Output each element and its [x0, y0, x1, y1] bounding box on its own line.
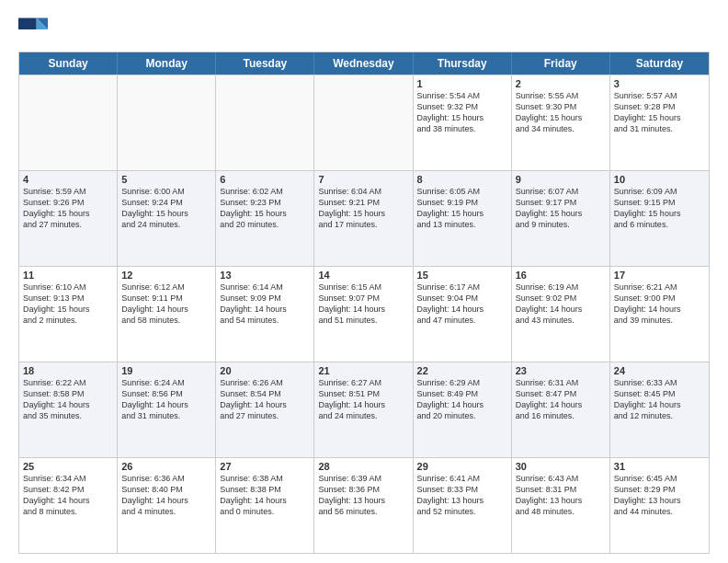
day-number: 24 — [614, 365, 705, 376]
calendar-cell: 20Sunrise: 6:26 AM Sunset: 8:54 PM Dayli… — [216, 362, 314, 457]
calendar-cell: 29Sunrise: 6:41 AM Sunset: 8:33 PM Dayli… — [414, 458, 512, 553]
day-info: Sunrise: 6:43 AM Sunset: 8:31 PM Dayligh… — [516, 473, 606, 518]
calendar-cell: 10Sunrise: 6:09 AM Sunset: 9:15 PM Dayli… — [610, 171, 709, 266]
day-info: Sunrise: 6:21 AM Sunset: 9:00 PM Dayligh… — [614, 282, 705, 327]
calendar-cell — [19, 75, 118, 170]
calendar-cell: 2Sunrise: 5:55 AM Sunset: 9:30 PM Daylig… — [512, 75, 610, 170]
day-info: Sunrise: 5:54 AM Sunset: 9:32 PM Dayligh… — [417, 90, 507, 135]
calendar-header-cell: Saturday — [610, 52, 709, 75]
calendar-row: 1Sunrise: 5:54 AM Sunset: 9:32 PM Daylig… — [19, 75, 709, 170]
day-info: Sunrise: 6:22 AM Sunset: 8:58 PM Dayligh… — [23, 377, 113, 422]
calendar-cell: 16Sunrise: 6:19 AM Sunset: 9:02 PM Dayli… — [512, 267, 610, 362]
calendar-header: SundayMondayTuesdayWednesdayThursdayFrid… — [19, 52, 709, 75]
day-number: 9 — [516, 174, 606, 185]
day-number: 27 — [220, 461, 310, 472]
day-number: 10 — [614, 174, 705, 185]
calendar-cell: 6Sunrise: 6:02 AM Sunset: 9:23 PM Daylig… — [216, 171, 314, 266]
day-number: 7 — [318, 174, 408, 185]
calendar-cell: 28Sunrise: 6:39 AM Sunset: 8:36 PM Dayli… — [314, 458, 413, 553]
calendar-cell: 19Sunrise: 6:24 AM Sunset: 8:56 PM Dayli… — [118, 362, 216, 457]
calendar-header-cell: Thursday — [414, 52, 512, 75]
day-number: 20 — [220, 365, 310, 376]
calendar-cell: 9Sunrise: 6:07 AM Sunset: 9:17 PM Daylig… — [512, 171, 610, 266]
header — [18, 15, 710, 44]
day-number: 15 — [417, 270, 507, 281]
day-number: 2 — [516, 78, 606, 89]
day-info: Sunrise: 6:05 AM Sunset: 9:19 PM Dayligh… — [417, 186, 507, 231]
calendar-cell: 24Sunrise: 6:33 AM Sunset: 8:45 PM Dayli… — [610, 362, 709, 457]
day-number: 21 — [318, 365, 408, 376]
calendar-cell: 4Sunrise: 5:59 AM Sunset: 9:26 PM Daylig… — [19, 171, 118, 266]
day-number: 3 — [614, 78, 705, 89]
calendar-cell: 25Sunrise: 6:34 AM Sunset: 8:42 PM Dayli… — [19, 458, 118, 553]
day-info: Sunrise: 6:14 AM Sunset: 9:09 PM Dayligh… — [220, 282, 310, 327]
calendar-row: 11Sunrise: 6:10 AM Sunset: 9:13 PM Dayli… — [19, 266, 709, 362]
day-info: Sunrise: 6:36 AM Sunset: 8:40 PM Dayligh… — [121, 473, 211, 518]
day-info: Sunrise: 6:41 AM Sunset: 8:33 PM Dayligh… — [417, 473, 507, 518]
day-number: 14 — [318, 270, 408, 281]
day-number: 5 — [121, 174, 211, 185]
calendar-cell: 23Sunrise: 6:31 AM Sunset: 8:47 PM Dayli… — [512, 362, 610, 457]
day-info: Sunrise: 6:17 AM Sunset: 9:04 PM Dayligh… — [417, 282, 507, 327]
calendar-header-cell: Friday — [512, 52, 610, 75]
svg-rect-3 — [18, 18, 37, 29]
day-number: 22 — [417, 365, 507, 376]
calendar-cell: 11Sunrise: 6:10 AM Sunset: 9:13 PM Dayli… — [19, 267, 118, 362]
day-info: Sunrise: 5:55 AM Sunset: 9:30 PM Dayligh… — [516, 90, 606, 135]
day-info: Sunrise: 6:10 AM Sunset: 9:13 PM Dayligh… — [23, 282, 113, 327]
day-info: Sunrise: 6:33 AM Sunset: 8:45 PM Dayligh… — [614, 377, 705, 422]
calendar-cell: 3Sunrise: 5:57 AM Sunset: 9:28 PM Daylig… — [610, 75, 709, 170]
day-number: 30 — [516, 461, 606, 472]
page: SundayMondayTuesdayWednesdayThursdayFrid… — [0, 0, 728, 563]
day-number: 8 — [417, 174, 507, 185]
day-number: 13 — [220, 270, 310, 281]
day-info: Sunrise: 6:07 AM Sunset: 9:17 PM Dayligh… — [516, 186, 606, 231]
day-info: Sunrise: 6:27 AM Sunset: 8:51 PM Dayligh… — [318, 377, 408, 422]
day-info: Sunrise: 6:24 AM Sunset: 8:56 PM Dayligh… — [121, 377, 211, 422]
day-info: Sunrise: 6:31 AM Sunset: 8:47 PM Dayligh… — [516, 377, 606, 422]
calendar-cell: 30Sunrise: 6:43 AM Sunset: 8:31 PM Dayli… — [512, 458, 610, 553]
day-info: Sunrise: 6:12 AM Sunset: 9:11 PM Dayligh… — [121, 282, 211, 327]
calendar-cell: 17Sunrise: 6:21 AM Sunset: 9:00 PM Dayli… — [610, 267, 709, 362]
day-number: 1 — [417, 78, 507, 89]
calendar-header-cell: Monday — [118, 52, 216, 75]
day-number: 19 — [121, 365, 211, 376]
logo-icon — [18, 15, 48, 44]
day-info: Sunrise: 6:26 AM Sunset: 8:54 PM Dayligh… — [220, 377, 310, 422]
calendar-cell: 18Sunrise: 6:22 AM Sunset: 8:58 PM Dayli… — [19, 362, 118, 457]
calendar-cell — [216, 75, 314, 170]
day-number: 11 — [23, 270, 113, 281]
day-number: 26 — [121, 461, 211, 472]
day-info: Sunrise: 6:29 AM Sunset: 8:49 PM Dayligh… — [417, 377, 507, 422]
day-info: Sunrise: 6:45 AM Sunset: 8:29 PM Dayligh… — [614, 473, 705, 518]
day-info: Sunrise: 6:15 AM Sunset: 9:07 PM Dayligh… — [318, 282, 408, 327]
day-number: 31 — [614, 461, 705, 472]
day-info: Sunrise: 6:04 AM Sunset: 9:21 PM Dayligh… — [318, 186, 408, 231]
logo — [18, 15, 51, 44]
calendar-header-cell: Sunday — [19, 52, 118, 75]
calendar-cell: 13Sunrise: 6:14 AM Sunset: 9:09 PM Dayli… — [216, 267, 314, 362]
day-number: 18 — [23, 365, 113, 376]
day-info: Sunrise: 6:09 AM Sunset: 9:15 PM Dayligh… — [614, 186, 705, 231]
day-number: 29 — [417, 461, 507, 472]
calendar-header-cell: Wednesday — [314, 52, 413, 75]
day-number: 4 — [23, 174, 113, 185]
day-number: 16 — [516, 270, 606, 281]
calendar-cell: 8Sunrise: 6:05 AM Sunset: 9:19 PM Daylig… — [414, 171, 512, 266]
calendar-cell: 15Sunrise: 6:17 AM Sunset: 9:04 PM Dayli… — [414, 267, 512, 362]
calendar-cell: 12Sunrise: 6:12 AM Sunset: 9:11 PM Dayli… — [118, 267, 216, 362]
day-number: 17 — [614, 270, 705, 281]
calendar-cell — [314, 75, 413, 170]
day-number: 23 — [516, 365, 606, 376]
calendar-cell: 1Sunrise: 5:54 AM Sunset: 9:32 PM Daylig… — [414, 75, 512, 170]
day-info: Sunrise: 6:38 AM Sunset: 8:38 PM Dayligh… — [220, 473, 310, 518]
calendar-cell: 31Sunrise: 6:45 AM Sunset: 8:29 PM Dayli… — [610, 458, 709, 553]
day-info: Sunrise: 5:59 AM Sunset: 9:26 PM Dayligh… — [23, 186, 113, 231]
calendar-row: 18Sunrise: 6:22 AM Sunset: 8:58 PM Dayli… — [19, 362, 709, 457]
day-number: 12 — [121, 270, 211, 281]
calendar-cell — [118, 75, 216, 170]
day-info: Sunrise: 6:02 AM Sunset: 9:23 PM Dayligh… — [220, 186, 310, 231]
day-info: Sunrise: 5:57 AM Sunset: 9:28 PM Dayligh… — [614, 90, 705, 135]
calendar-cell: 26Sunrise: 6:36 AM Sunset: 8:40 PM Dayli… — [118, 458, 216, 553]
calendar: SundayMondayTuesdayWednesdayThursdayFrid… — [18, 52, 710, 554]
